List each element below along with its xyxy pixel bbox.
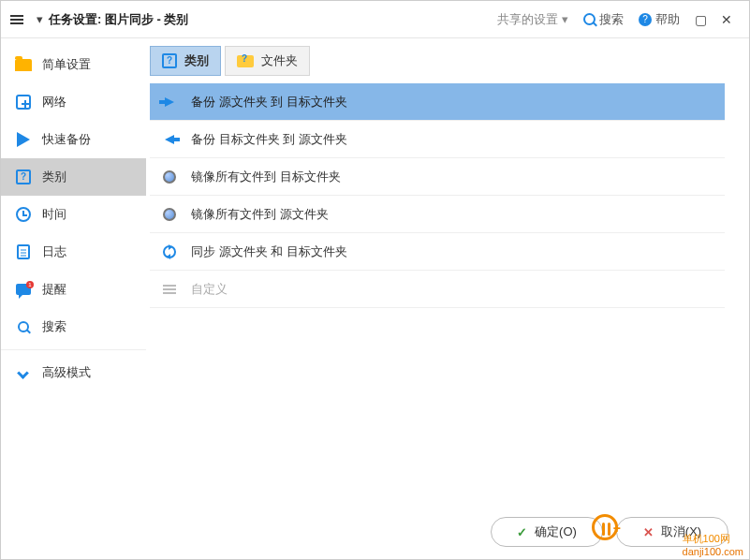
- option-list: 备份 源文件夹 到 目标文件夹 备份 目标文件夹 到 源文件夹 镜像所有文件到 …: [150, 83, 725, 308]
- sidebar-item-label: 类别: [42, 169, 66, 185]
- tab-category[interactable]: ? 类别: [150, 46, 221, 76]
- tab-folder[interactable]: 文件夹: [225, 46, 310, 76]
- search-icon: [14, 317, 33, 336]
- shared-settings-label: 共享的设置: [497, 11, 558, 28]
- tab-label: 文件夹: [261, 52, 298, 69]
- sidebar: 简单设置 网络 快速备份 ? 类别 时间 日志 1 提醒 搜索: [1, 38, 146, 505]
- sidebar-item-time[interactable]: 时间: [1, 196, 146, 233]
- search-label: 搜索: [599, 11, 624, 28]
- chat-icon: 1: [14, 280, 33, 299]
- help-button[interactable]: ? 帮助: [639, 11, 680, 28]
- search-button[interactable]: 搜索: [583, 11, 624, 28]
- option-mirror-to-target[interactable]: 镜像所有文件到 目标文件夹: [150, 158, 725, 196]
- sidebar-item-quick-backup[interactable]: 快速备份: [1, 121, 146, 158]
- network-icon: [14, 93, 33, 111]
- mirror-icon: [161, 169, 178, 185]
- cross-icon: ✕: [643, 525, 654, 539]
- watermark-logo-icon: [592, 514, 618, 540]
- category-icon: ?: [14, 168, 33, 186]
- option-custom[interactable]: 自定义: [150, 271, 725, 308]
- list-icon: [161, 281, 178, 298]
- sidebar-item-reminder[interactable]: 1 提醒: [1, 271, 146, 308]
- titlebar: ▾ 任务设置: 图片同步 - 类别 共享的设置 ▾ 搜索 ? 帮助 ▢ ✕: [1, 1, 749, 38]
- watermark-url: danji100.com: [683, 546, 743, 557]
- help-label: 帮助: [655, 11, 680, 28]
- category-icon: ?: [162, 53, 177, 68]
- chevron-down-icon[interactable]: ▾: [37, 12, 43, 26]
- folder-icon: [14, 55, 33, 74]
- sidebar-item-search[interactable]: 搜索: [1, 308, 146, 346]
- option-label: 备份 源文件夹 到 目标文件夹: [191, 94, 347, 111]
- search-icon: [583, 13, 596, 25]
- sync-icon: [161, 243, 178, 260]
- sidebar-item-network[interactable]: 网络: [1, 83, 146, 121]
- check-icon: ✓: [517, 525, 527, 539]
- close-button[interactable]: ✕: [713, 12, 740, 27]
- sidebar-item-label: 时间: [42, 206, 66, 223]
- arrow-left-icon: [161, 131, 178, 148]
- option-label: 同步 源文件夹 和 目标文件夹: [191, 243, 347, 260]
- option-label: 镜像所有文件到 源文件夹: [191, 206, 329, 223]
- option-label: 自定义: [191, 281, 228, 298]
- sidebar-item-label: 快速备份: [42, 131, 91, 148]
- option-backup-source-to-target[interactable]: 备份 源文件夹 到 目标文件夹: [150, 83, 725, 121]
- ok-label: 确定(O): [535, 523, 577, 540]
- divider: [1, 349, 146, 350]
- option-mirror-to-source[interactable]: 镜像所有文件到 源文件夹: [150, 196, 725, 233]
- shared-settings-dropdown[interactable]: 共享的设置 ▾: [497, 11, 568, 28]
- sidebar-item-label: 简单设置: [42, 56, 91, 73]
- document-icon: [14, 243, 33, 261]
- sidebar-item-label: 提醒: [42, 281, 66, 298]
- clock-icon: [14, 205, 33, 224]
- option-backup-target-to-source[interactable]: 备份 目标文件夹 到 源文件夹: [150, 121, 725, 158]
- tabs: ? 类别 文件夹: [150, 46, 725, 76]
- option-label: 备份 目标文件夹 到 源文件夹: [191, 131, 347, 148]
- sidebar-item-label: 日志: [42, 243, 66, 260]
- sidebar-item-log[interactable]: 日志: [1, 233, 146, 271]
- sidebar-item-simple-settings[interactable]: 简单设置: [1, 46, 146, 83]
- sidebar-item-label: 网络: [42, 94, 66, 111]
- window-title: 任务设置: 图片同步 - 类别: [49, 11, 189, 28]
- option-sync-source-target[interactable]: 同步 源文件夹 和 目标文件夹: [150, 233, 725, 271]
- watermark: 单机100网 danji100.com: [683, 532, 743, 557]
- chevron-down-icon: [14, 363, 33, 382]
- footer: ✓ 确定(O) ✕ 取消(X): [1, 505, 749, 559]
- folder-icon: [237, 55, 254, 67]
- sidebar-item-category[interactable]: ? 类别: [1, 158, 146, 196]
- sidebar-item-label: 搜索: [42, 318, 66, 335]
- help-icon: ?: [639, 13, 652, 26]
- main-panel: ? 类别 文件夹 备份 源文件夹 到 目标文件夹 备份 目标文件夹 到 源文件夹…: [146, 38, 749, 505]
- mirror-icon: [161, 206, 178, 223]
- play-icon: [14, 130, 33, 149]
- chevron-down-icon: ▾: [562, 12, 568, 26]
- maximize-button[interactable]: ▢: [687, 12, 713, 27]
- arrow-right-icon: [161, 94, 178, 111]
- sidebar-item-label: 高级模式: [42, 364, 91, 381]
- hamburger-menu-icon[interactable]: [10, 13, 31, 26]
- ok-button[interactable]: ✓ 确定(O): [491, 517, 603, 547]
- tab-label: 类别: [184, 52, 209, 69]
- sidebar-item-advanced-mode[interactable]: 高级模式: [1, 354, 146, 391]
- watermark-text: 单机100网: [683, 533, 730, 544]
- option-label: 镜像所有文件到 目标文件夹: [191, 169, 341, 185]
